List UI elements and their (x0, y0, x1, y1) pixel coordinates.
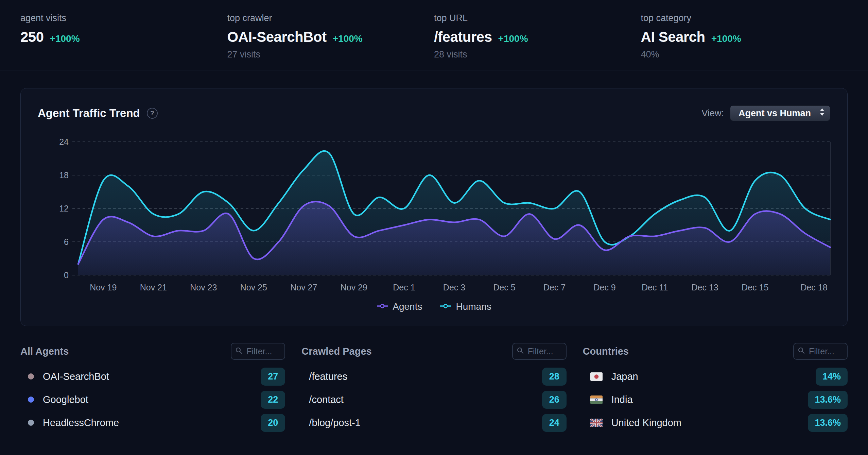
list-item[interactable]: OAI-SearchBot27 (20, 365, 285, 388)
list-title: Crawled Pages (301, 346, 371, 357)
stats-row: agent visits 250 +100% top crawler OAI-S… (0, 0, 868, 70)
list-item-name: OAI-SearchBot (43, 371, 109, 382)
list-item-name: HeadlessChrome (43, 417, 119, 428)
stat-agent-visits: agent visits 250 +100% (20, 13, 227, 60)
search-icon (517, 347, 524, 356)
agent-color-dot (28, 420, 34, 426)
stat-top-url: top URL /features +100% 28 visits (434, 13, 641, 60)
list-item[interactable]: /contact26 (301, 388, 566, 411)
stat-value: OAI-SearchBot (227, 29, 327, 45)
stat-top-crawler: top crawler OAI-SearchBot +100% 27 visit… (227, 13, 434, 60)
stat-delta: +100% (711, 33, 741, 44)
svg-text:Dec 5: Dec 5 (493, 283, 515, 292)
count-badge: 24 (542, 414, 567, 432)
search-icon (235, 347, 243, 356)
list-item[interactable]: HeadlessChrome20 (20, 411, 285, 434)
svg-text:Nov 23: Nov 23 (190, 283, 217, 292)
stat-delta: +100% (50, 33, 80, 44)
list-item-name: /blog/post-1 (309, 417, 361, 428)
legend-label: Agents (393, 301, 422, 312)
flag-india-icon (590, 395, 603, 404)
lists-row: All Agents OAI-SearchBot27Googlebot22Hea… (20, 342, 848, 434)
stat-label: top crawler (227, 13, 434, 23)
svg-text:Nov 27: Nov 27 (290, 283, 317, 292)
list-item[interactable]: Googlebot22 (20, 388, 285, 411)
svg-text:Nov 29: Nov 29 (341, 283, 367, 292)
flag-japan-icon (590, 372, 603, 381)
stat-label: agent visits (20, 13, 227, 23)
trend-card: Agent Traffic Trend ? View: Agent vs Hum… (20, 88, 848, 326)
search-icon (798, 347, 805, 356)
svg-text:0: 0 (64, 270, 69, 280)
svg-text:Nov 21: Nov 21 (140, 283, 167, 292)
count-badge: 20 (261, 414, 285, 432)
count-badge: 14% (816, 368, 848, 386)
count-badge: 22 (261, 391, 285, 409)
legend-marker-humans-icon (440, 304, 451, 310)
agent-color-dot (28, 397, 34, 403)
list-countries: Countries Japan14%India13.6%United Kingd… (583, 342, 848, 434)
svg-text:12: 12 (59, 204, 69, 213)
list-title: All Agents (20, 346, 69, 357)
svg-text:Nov 25: Nov 25 (240, 283, 267, 292)
svg-text:Dec 18: Dec 18 (800, 283, 827, 292)
list-item[interactable]: /features28 (301, 365, 566, 388)
stat-delta: +100% (498, 33, 528, 44)
stat-top-category: top category AI Search +100% 40% (641, 13, 848, 60)
legend-item-humans[interactable]: Humans (440, 301, 491, 312)
list-item-name: /contact (309, 394, 344, 405)
stat-label: top category (641, 13, 848, 23)
chart-title: Agent Traffic Trend (38, 107, 140, 120)
list-crawled-pages: Crawled Pages /features28/contact26/blog… (301, 342, 566, 434)
stat-sub: 40% (641, 49, 848, 60)
select-stepper-icon (819, 108, 825, 119)
view-select[interactable]: Agent vs Human (730, 105, 830, 121)
svg-text:Dec 11: Dec 11 (642, 283, 668, 292)
svg-text:Dec 13: Dec 13 (692, 283, 718, 292)
count-badge: 13.6% (808, 414, 848, 432)
svg-text:Dec 3: Dec 3 (443, 283, 465, 292)
count-badge: 13.6% (808, 391, 848, 409)
svg-text:Dec 9: Dec 9 (593, 283, 615, 292)
stat-sub: 27 visits (227, 49, 434, 60)
stat-sub (20, 49, 227, 60)
svg-text:18: 18 (59, 170, 69, 180)
list-item-name: /features (309, 371, 347, 382)
svg-text:Nov 19: Nov 19 (90, 283, 117, 292)
flag-uk-icon (590, 419, 603, 427)
count-badge: 26 (542, 391, 567, 409)
stat-sub: 28 visits (434, 49, 641, 60)
chart-legend: Agents Humans (21, 301, 847, 312)
view-select-value: Agent vs Human (739, 108, 811, 119)
agent-color-dot (28, 373, 34, 380)
list-item-name: India (611, 394, 633, 405)
svg-text:6: 6 (64, 237, 69, 247)
stat-delta: +100% (333, 33, 363, 44)
svg-text:24: 24 (59, 137, 69, 147)
svg-text:Dec 1: Dec 1 (393, 283, 415, 292)
list-title: Countries (583, 346, 629, 357)
stat-value: AI Search (641, 29, 705, 45)
list-item[interactable]: /blog/post-124 (301, 411, 566, 434)
view-label: View: (701, 108, 724, 119)
stat-value: /features (434, 29, 492, 45)
list-all-agents: All Agents OAI-SearchBot27Googlebot22Hea… (20, 342, 285, 434)
traffic-trend-chart: 06121824Nov 19Nov 21Nov 23Nov 25Nov 27No… (21, 131, 847, 294)
count-badge: 28 (542, 368, 567, 386)
count-badge: 27 (261, 368, 285, 386)
list-item-name: Japan (611, 371, 638, 382)
list-item-name: Googlebot (43, 394, 88, 405)
legend-marker-agents-icon (377, 304, 388, 310)
svg-text:Dec 15: Dec 15 (742, 283, 768, 292)
stat-value: 250 (20, 29, 44, 45)
list-item-name: United Kingdom (611, 417, 681, 428)
list-item[interactable]: United Kingdom13.6% (583, 411, 848, 434)
help-icon[interactable]: ? (147, 108, 158, 119)
legend-label: Humans (456, 301, 491, 312)
list-item[interactable]: Japan14% (583, 365, 848, 388)
list-item[interactable]: India13.6% (583, 388, 848, 411)
svg-text:Dec 7: Dec 7 (543, 283, 566, 292)
stat-label: top URL (434, 13, 641, 23)
legend-item-agents[interactable]: Agents (377, 301, 422, 312)
